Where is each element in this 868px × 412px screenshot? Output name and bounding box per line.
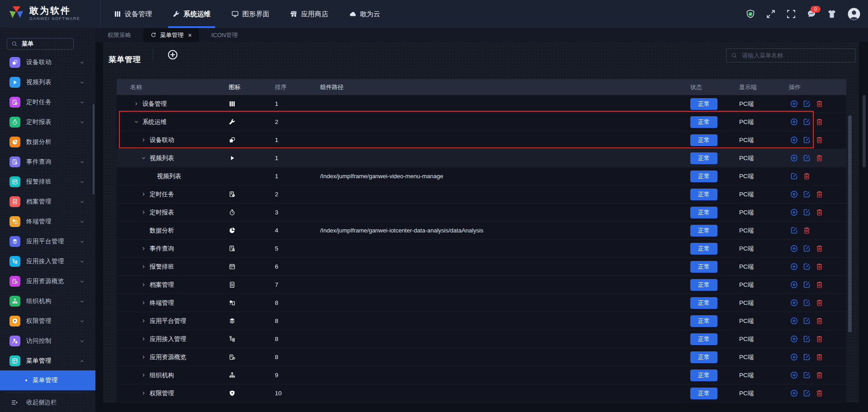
delete-row-button[interactable] [814,117,824,127]
sidebar-item-shield[interactable]: 权限管理 [0,311,95,331]
expand-expand-toggle[interactable] [141,300,146,306]
sidebar-item-terminal[interactable]: 终端管理 [0,212,95,232]
status-badge[interactable]: 正常 [690,225,717,237]
edit-row-button[interactable] [802,99,811,109]
add-row-button[interactable] [789,135,799,145]
menu-name-search-box[interactable] [726,48,856,62]
add-menu-button[interactable] [167,49,178,60]
add-row-button[interactable] [789,352,799,362]
expand-expand-toggle[interactable] [141,209,146,215]
table-scrollbar[interactable] [848,115,852,332]
sidebar-item-linkage[interactable]: 设备联动 [0,52,95,72]
delete-row-button[interactable] [814,352,824,362]
sidebar-item-stopwatch[interactable]: 定时报表 [0,112,95,132]
nav-item-wrench[interactable]: 系统运维 [167,0,216,28]
status-badge[interactable]: 正常 [690,116,717,128]
delete-row-button[interactable] [814,370,824,380]
add-row-button[interactable] [789,153,799,163]
sidebar-item-user-lock[interactable]: 访问控制 [0,331,95,351]
menu-name-search-input[interactable] [741,52,851,59]
status-badge[interactable]: 正常 [690,134,717,146]
edit-row-button[interactable] [789,171,799,181]
avatar-button[interactable] [847,7,861,21]
nav-item-store[interactable]: 应用商店 [285,0,334,28]
delete-row-button[interactable] [802,171,811,181]
delete-row-button[interactable] [814,208,824,218]
status-badge[interactable]: 正常 [690,152,717,164]
edit-row-button[interactable] [802,370,811,380]
edit-row-button[interactable] [802,280,811,290]
nav-item-monitor[interactable]: 图形界面 [226,0,275,28]
sidebar-item-event[interactable]: 事件查询 [0,152,95,172]
status-badge[interactable]: 正常 [690,333,717,345]
edit-row-button[interactable] [802,298,811,308]
page-scrollbar[interactable] [863,95,866,167]
edit-row-button[interactable] [802,388,811,398]
expand-expand-toggle[interactable] [141,354,146,360]
edit-row-button[interactable] [802,352,811,362]
sidebar-search-input[interactable] [21,40,69,48]
shirt-button[interactable] [827,9,837,19]
edit-row-button[interactable] [802,135,811,145]
edit-row-button[interactable] [802,208,811,218]
delete-row-button[interactable] [814,135,824,145]
sidebar-search-box[interactable] [7,38,74,50]
delete-row-button[interactable] [814,99,824,109]
edit-row-button[interactable] [802,316,811,326]
delete-row-button[interactable] [814,262,824,272]
edit-row-button[interactable] [802,189,811,199]
delete-row-button[interactable] [814,153,824,163]
status-badge[interactable]: 正常 [690,170,717,182]
sidebar-item-calendar[interactable]: 报警排班 [0,172,95,192]
status-badge[interactable]: 正常 [690,351,717,363]
fullscreen-button[interactable] [766,9,776,19]
status-badge[interactable]: 正常 [690,243,717,255]
sidebar-item-layers[interactable]: 应用平台管理 [0,232,95,251]
sidebar-item-task[interactable]: 定时任务 [0,92,95,112]
sidebar-subitem-menu-manage[interactable]: 菜单管理 [0,370,95,390]
shield-check-button[interactable] [745,9,755,19]
expand-expand-toggle[interactable] [141,264,146,270]
add-row-button[interactable] [789,280,799,290]
expand-expand-toggle[interactable] [141,390,146,396]
status-badge[interactable]: 正常 [690,279,717,291]
add-row-button[interactable] [789,244,799,254]
expand-collapse-toggle[interactable] [141,155,146,161]
sidebar-item-resource[interactable]: 应用资源概览 [0,271,95,291]
delete-row-button[interactable] [814,316,824,326]
edit-row-button[interactable] [802,334,811,344]
add-row-button[interactable] [789,370,799,380]
edit-row-button[interactable] [802,244,811,254]
tab-权限策略[interactable]: 权限策略 [95,28,143,42]
close-tab-icon[interactable]: × [188,32,192,38]
nav-item-cloud[interactable]: 敢为云 [344,0,386,28]
expand-expand-toggle[interactable] [141,318,146,324]
add-row-button[interactable] [789,208,799,218]
status-badge[interactable]: 正常 [690,297,717,309]
chat-button[interactable]: 0 [807,9,816,19]
status-badge[interactable]: 正常 [690,261,717,273]
sidebar-item-org[interactable]: 组织机构 [0,291,95,311]
status-badge[interactable]: 正常 [690,315,717,327]
edit-row-button[interactable] [789,226,799,236]
tab-菜单管理[interactable]: 菜单管理× [143,28,199,42]
expand-expand-toggle[interactable] [133,101,139,107]
delete-row-button[interactable] [814,298,824,308]
expand-expand-toggle[interactable] [141,372,146,378]
add-row-button[interactable] [789,388,799,398]
expand-expand-toggle[interactable] [141,191,146,197]
sidebar-item-access[interactable]: 应用接入管理 [0,251,95,271]
expand-expand-toggle[interactable] [141,282,146,288]
status-badge[interactable]: 正常 [690,369,717,381]
sidebar-item-idcard[interactable]: 档案管理 [0,192,95,212]
status-badge[interactable]: 正常 [690,207,717,218]
sidebar-scrollbar[interactable] [93,104,94,194]
status-badge[interactable]: 正常 [690,98,717,110]
status-badge[interactable]: 正常 [690,388,717,399]
expand-collapse-toggle[interactable] [133,119,139,125]
delete-row-button[interactable] [814,388,824,398]
add-row-button[interactable] [789,316,799,326]
delete-row-button[interactable] [814,244,824,254]
sidebar-item-pie[interactable]: 数据分析 [0,132,95,152]
delete-row-button[interactable] [814,189,824,199]
